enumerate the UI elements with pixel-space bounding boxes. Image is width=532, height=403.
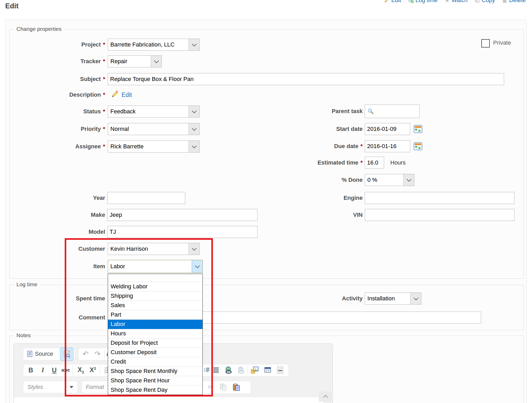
copy-link-label: Copy: [482, 0, 495, 4]
chevron-down-icon: [403, 174, 414, 186]
dropdown-option[interactable]: Customer Deposit: [108, 348, 202, 357]
dropdown-option[interactable]: Shop Space Rent Monthly: [108, 367, 202, 376]
page-title: Edit: [5, 2, 19, 10]
chevron-down-icon: [189, 123, 199, 135]
edit-link[interactable]: Edit: [384, 0, 401, 4]
project-select[interactable]: Barrette Fabrication, LLC: [108, 39, 200, 51]
percent-done-select[interactable]: 0 %: [365, 174, 414, 186]
log-time-legend: Log time: [14, 281, 40, 288]
delete-link-label: Delete: [509, 0, 526, 4]
collapse-toolbar-icon[interactable]: [319, 391, 332, 402]
combo-arrow-icon: [70, 386, 73, 388]
underline-icon[interactable]: U: [49, 364, 60, 376]
magnifier-icon: [367, 108, 374, 115]
clock-add-icon: [408, 0, 414, 3]
edit-link-label: Edit: [391, 0, 401, 4]
year-input[interactable]: [107, 192, 185, 204]
model-input[interactable]: [107, 226, 258, 238]
notes-legend: Notes: [14, 332, 33, 338]
watch-link-label: Watch: [452, 0, 468, 4]
log-time-link[interactable]: Log time: [408, 0, 438, 4]
contextual-toolbar: Edit Log time ★ Watch Copy Delete: [384, 0, 526, 4]
issue-edit-page: Edit Log time ★ Watch Copy Delete Edit: [0, 0, 532, 403]
dropdown-option[interactable]: Shop Space Rent Day: [108, 386, 202, 395]
parent-task-label: Parent task: [261, 104, 363, 118]
unlink-icon[interactable]: [235, 364, 247, 376]
status-select[interactable]: Feedback: [108, 106, 200, 118]
superscript-icon[interactable]: X2: [87, 364, 99, 376]
cut-icon[interactable]: ✂: [205, 381, 217, 393]
start-date-label: Start date: [261, 123, 363, 135]
year-label: Year: [16, 192, 105, 204]
due-date-label: Due date*: [261, 140, 363, 152]
activity-select[interactable]: Installation: [365, 293, 421, 305]
tracker-select[interactable]: Repair: [108, 55, 162, 67]
assignee-select[interactable]: Rick Barrette: [108, 141, 200, 153]
paste-icon[interactable]: [231, 381, 242, 393]
customer-select[interactable]: Kevin Harrison: [108, 243, 200, 255]
document-preview-icon[interactable]: [60, 347, 74, 361]
pencil-icon: [111, 90, 119, 98]
horizontal-rule-icon[interactable]: [274, 364, 286, 376]
dropdown-option[interactable]: Welding Labor: [108, 282, 202, 291]
calendar-icon[interactable]: [413, 124, 423, 134]
start-date-input[interactable]: [365, 123, 410, 135]
dropdown-option[interactable]: Sales: [108, 301, 202, 310]
watch-link[interactable]: ★ Watch: [444, 0, 468, 4]
copy-icon[interactable]: [218, 381, 229, 393]
source-button-label[interactable]: Source: [35, 348, 53, 360]
item-select[interactable]: Labor: [108, 260, 203, 273]
italic-icon[interactable]: I: [37, 364, 49, 376]
due-date-input[interactable]: [365, 140, 410, 152]
dropdown-option[interactable]: Hours: [108, 329, 202, 338]
bold-icon[interactable]: B: [25, 364, 37, 376]
log-time-link-label: Log time: [416, 0, 438, 4]
link-icon[interactable]: [223, 364, 234, 376]
subscript-icon[interactable]: X2: [75, 364, 87, 376]
subject-input[interactable]: [108, 73, 504, 85]
chevron-down-icon: [189, 141, 199, 152]
delete-link[interactable]: Delete: [502, 0, 526, 4]
calendar-icon[interactable]: [413, 142, 423, 151]
dropdown-option-selected[interactable]: Labor: [108, 320, 202, 329]
svg-text:3: 3: [104, 371, 106, 374]
strikethrough-icon[interactable]: abc: [60, 364, 71, 376]
chevron-down-icon: [189, 243, 199, 255]
vin-label: VIN: [261, 209, 363, 221]
comment-label: Comment: [16, 312, 105, 324]
dropdown-option[interactable]: Shop Space Rent Hour: [108, 376, 202, 386]
project-label: Project*: [16, 39, 105, 51]
description-edit-link[interactable]: Edit: [122, 90, 132, 100]
redo-icon[interactable]: ↷: [92, 348, 103, 360]
chevron-down-icon: [189, 106, 199, 117]
private-label: Private: [493, 39, 511, 47]
star-icon: ★: [444, 0, 450, 3]
chevron-down-icon: [192, 260, 202, 273]
engine-input[interactable]: [365, 192, 515, 204]
tracker-label: Tracker*: [16, 55, 105, 67]
estimated-time-input[interactable]: [365, 157, 384, 169]
item-dropdown-list: Welding Labor Shipping Sales Part Labor …: [108, 274, 203, 395]
model-label: Model: [16, 226, 105, 238]
priority-label: Priority*: [16, 123, 105, 135]
make-label: Make: [16, 209, 105, 221]
vin-input[interactable]: [365, 209, 515, 221]
dropdown-option[interactable]: Part: [108, 310, 202, 320]
dropdown-option[interactable]: Shipping: [108, 291, 202, 301]
dropdown-option[interactable]: Deposit for Project: [108, 338, 202, 348]
change-properties-legend: Change properties: [14, 26, 64, 32]
styles-combo[interactable]: Styles: [23, 381, 78, 393]
dropdown-option[interactable]: Credit: [108, 357, 202, 367]
dropdown-option[interactable]: [108, 274, 202, 282]
priority-select[interactable]: Normal: [108, 123, 200, 135]
private-checkbox[interactable]: [481, 39, 490, 48]
div-block-icon[interactable]: [210, 364, 222, 376]
table-icon[interactable]: [262, 364, 273, 376]
image-icon[interactable]: [249, 364, 260, 376]
undo-icon[interactable]: ↶: [80, 348, 91, 360]
source-icon[interactable]: [24, 348, 35, 360]
make-input[interactable]: [107, 209, 258, 221]
editor-content-area[interactable]: [14, 397, 323, 403]
pencil-icon: [384, 0, 390, 3]
copy-link[interactable]: Copy: [474, 0, 495, 4]
